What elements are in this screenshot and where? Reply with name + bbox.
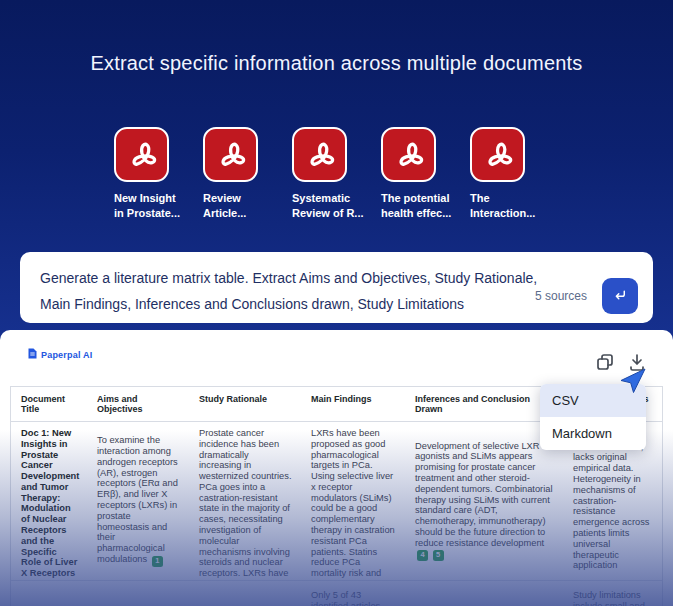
cell-document-title: Doc 1: New Insights in Prostate Cancer D…: [11, 424, 87, 578]
sources-count: 5 sources: [535, 289, 587, 303]
column-header: Study Rationale: [189, 387, 301, 421]
document-label: ReviewArticle...: [203, 191, 292, 221]
result-card: Paperpal AI Document Title Aims and Obje…: [0, 330, 673, 606]
brand-name: Paperpal AI: [41, 350, 92, 360]
download-icon[interactable]: [627, 352, 647, 372]
pdf-icon: [114, 127, 169, 182]
prompt-text-line1: Generate a literature matrix table. Extr…: [40, 265, 633, 291]
document-item[interactable]: New Insightin Prostate...: [114, 127, 203, 221]
column-header: Document Title: [11, 387, 87, 421]
dropdown-item-csv[interactable]: CSV: [540, 384, 646, 417]
brand-logo: Paperpal AI: [28, 348, 92, 361]
source-badge[interactable]: 4: [417, 550, 428, 561]
source-badge[interactable]: 5: [433, 550, 444, 561]
dropdown-item-markdown[interactable]: Markdown: [540, 417, 646, 450]
document-item[interactable]: The potentialhealth effec...: [381, 127, 470, 221]
documents-row: New Insightin Prostate... ReviewArticle.…: [0, 127, 673, 221]
table-row: Only 5 of 43 identified articles from Ja…: [11, 580, 662, 606]
document-item[interactable]: TheInteraction...: [470, 127, 559, 221]
document-icon: [28, 348, 37, 361]
document-item[interactable]: SystematicReview of R...: [292, 127, 381, 221]
pdf-icon: [292, 127, 347, 182]
document-item[interactable]: ReviewArticle...: [203, 127, 292, 221]
submit-button[interactable]: [602, 278, 638, 314]
pdf-icon: [381, 127, 436, 182]
return-arrow-icon: [609, 284, 631, 309]
document-label: New Insightin Prostate...: [114, 191, 203, 221]
document-label: The potentialhealth effec...: [381, 191, 470, 221]
cell-limitations: Study limitations include small and non-…: [563, 581, 662, 606]
document-label: SystematicReview of R...: [292, 191, 381, 221]
column-header: Main Findings: [301, 387, 405, 421]
cell-findings: LXRs have been proposed as good pharmaco…: [301, 424, 405, 578]
pdf-icon: [203, 127, 258, 182]
export-dropdown: CSV Markdown: [540, 384, 646, 450]
document-label: TheInteraction...: [470, 191, 559, 221]
pdf-icon: [470, 127, 525, 182]
source-badge[interactable]: 1: [152, 556, 163, 567]
cell-findings: Only 5 of 43 identified articles from Ja…: [301, 581, 405, 606]
cell-inferences: Development of selective LXR agonists an…: [405, 437, 563, 566]
prompt-input[interactable]: Generate a literature matrix table. Extr…: [20, 252, 653, 323]
column-header: Aims and Objectives: [87, 387, 189, 421]
page-title: Extract specific information across mult…: [0, 52, 673, 75]
cell-aims: To examine the interaction among androge…: [87, 431, 189, 570]
copy-icon[interactable]: [595, 352, 615, 372]
cell-rationale: Prostate cancer incidence has been drama…: [189, 424, 301, 578]
toolbar: [595, 352, 647, 372]
